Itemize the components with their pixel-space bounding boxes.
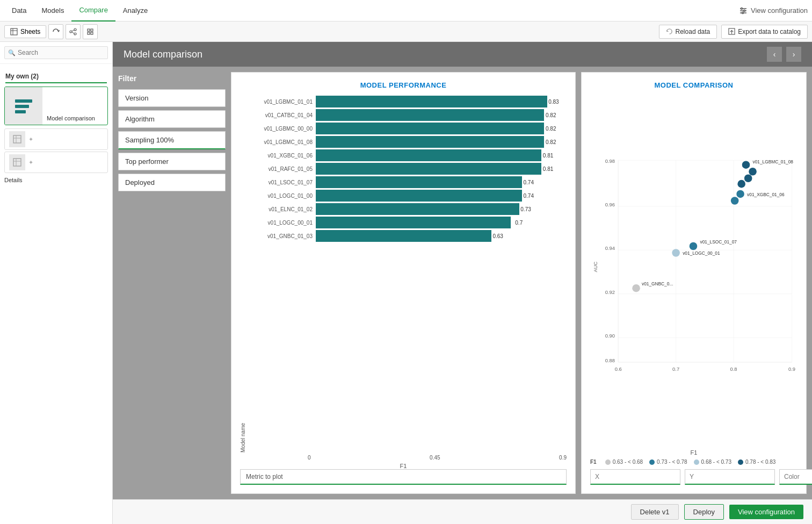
bar-label: v01_LGBMC_01_01 [248,99,313,105]
sidebar-card-half-1[interactable]: ✦ [4,128,108,150]
legend-dot-1 [605,460,611,465]
nav-models[interactable]: Models [34,0,71,21]
bar-chart: Model name v01_LGBMC_01_010.83v01_CATBC_… [240,96,567,469]
card-icon-1 [13,95,34,117]
filter-deployed[interactable]: Deployed [118,174,226,191]
svg-point-55 [736,190,744,198]
bar-track: 0.74 [316,176,567,188]
sidebar-card-half-2[interactable]: ✦ [4,152,108,173]
nav-compare[interactable]: Compare [71,0,115,21]
y-axis-input[interactable] [685,469,775,485]
sidebar-details-section: ✦ ✦ Details [0,128,112,185]
toolbar-icon-3[interactable] [83,24,98,39]
color-axis-input[interactable] [779,469,812,485]
bar-value: 0.74 [524,193,534,199]
svg-text:0.90: 0.90 [605,333,615,339]
view-configuration-btn[interactable]: View configuration [739,6,808,15]
bar-label: v01_CATBC_01_04 [248,112,313,118]
bar-value: 0.63 [492,233,503,239]
legend-range-3: 0.73 - < 0.78 [657,459,687,465]
svg-point-58 [690,242,698,250]
bar-label: v01_LSOC_01_07 [248,180,313,185]
nav-analyze[interactable]: Analyze [115,0,155,21]
deploy-button[interactable]: Deploy [684,504,724,520]
config-icon [739,6,748,15]
legend-range-1: 0.63 - < 0.68 [613,459,643,465]
detail-icon-2 [12,157,22,167]
svg-rect-14 [88,29,90,31]
header-prev-btn[interactable]: ‹ [767,47,782,62]
bar-value: 0.7 [515,220,523,226]
detail-icon-1 [12,134,22,144]
filter-version[interactable]: Version [118,89,226,107]
svg-point-5 [742,12,744,13]
bar-track: 0.82 [316,136,567,148]
bar-fill: 0.63 [316,230,491,242]
share-icon [69,28,77,35]
bar-track: 0.63 [316,230,567,242]
half-icon-symbol-1: ✦ [28,136,33,143]
svg-text:0.9: 0.9 [788,367,795,372]
bar-fill: 0.83 [316,96,547,107]
bar-chart-inner: v01_LGBMC_01_010.83v01_CATBC_01_040.82v0… [248,96,567,453]
export-data-btn[interactable]: Export data to catalog [721,25,808,39]
svg-text:v01_XGBC_01_06: v01_XGBC_01_06 [747,192,785,197]
bar-value: 0.74 [524,180,534,185]
half-thumb-1 [9,131,25,147]
delete-button[interactable]: Delete v1 [631,504,679,520]
svg-text:0.7: 0.7 [672,367,679,372]
sidebar-section: My own (2) Model comparison [0,64,112,193]
bar-row: v01_LSOC_01_070.74 [248,176,567,188]
svg-rect-21 [15,105,29,108]
view-config-label: View configuration [751,6,808,15]
svg-text:0.92: 0.92 [605,290,615,295]
svg-line-13 [72,32,74,33]
svg-point-50 [742,161,750,169]
sheets-icon [10,28,18,35]
legend-title: F1 [590,459,597,465]
search-input[interactable] [4,46,108,59]
view-config-button[interactable]: View configuration [729,505,803,519]
bar-track: 0.73 [316,203,567,215]
model-comparison-panel: MODEL COMPARISON 0.98 0.96 0.94 0.92 0.9… [581,72,807,494]
svg-text:v01_LOGC_00_01: v01_LOGC_00_01 [683,250,720,256]
bar-fill: 0.81 [316,149,541,161]
filter-sampling[interactable]: Sampling 100% [118,131,226,149]
bar-label: v01_RAFC_01_05 [248,166,313,172]
svg-point-52 [749,168,757,176]
bar-label: v01_GNBC_01_03 [248,233,313,239]
svg-text:0.94: 0.94 [605,246,615,251]
svg-text:v01_GNBC_0...: v01_GNBC_0... [642,281,673,286]
model-performance-panel: MODEL PERFORMANCE Model name v01_LGBMC_0… [231,72,576,494]
bar-label: v01_LOGC_00_01 [248,220,313,226]
reload-data-btn[interactable]: Reload data [659,25,717,39]
bar-fill: 0.81 [316,163,541,175]
bar-row: v01_LGBMC_01_080.82 [248,136,567,148]
sidebar: 🔍 My own (2) Model compariso [0,42,113,524]
filter-algorithm[interactable]: Algorithm [118,110,226,128]
bar-row: v01_LOGC_00_010.7 [248,217,567,228]
legend-item-2: 0.68 - < 0.73 [694,459,731,465]
legend-dot-2 [694,460,699,465]
bar-track: 0.7 [316,217,567,228]
bar-value: 0.83 [548,99,559,105]
bar-fill: 0.74 [316,176,522,188]
toolbar: Sheets Reload data [0,21,812,42]
toolbar-icon-1[interactable] [48,24,63,39]
sheets-button[interactable]: Sheets [4,25,46,38]
legend-range-2: 0.68 - < 0.73 [701,459,731,465]
x-axis-input[interactable] [590,469,680,485]
bar-fill: 0.82 [316,109,544,121]
half-thumb-2 [9,154,25,170]
nav-data[interactable]: Data [4,0,34,21]
svg-rect-22 [15,110,26,113]
sidebar-card-model-comparison[interactable]: Model comparison [4,87,108,125]
header-next-btn[interactable]: › [786,47,801,62]
metric-to-plot[interactable]: Metric to plot [240,469,567,485]
filter-top-performer[interactable]: Top performer [118,153,226,170]
svg-point-11 [74,33,76,35]
svg-point-62 [632,284,640,292]
bar-track: 0.81 [316,163,567,175]
toolbar-icon-2[interactable] [66,24,81,39]
bar-row: v01_GNBC_01_030.63 [248,230,567,242]
